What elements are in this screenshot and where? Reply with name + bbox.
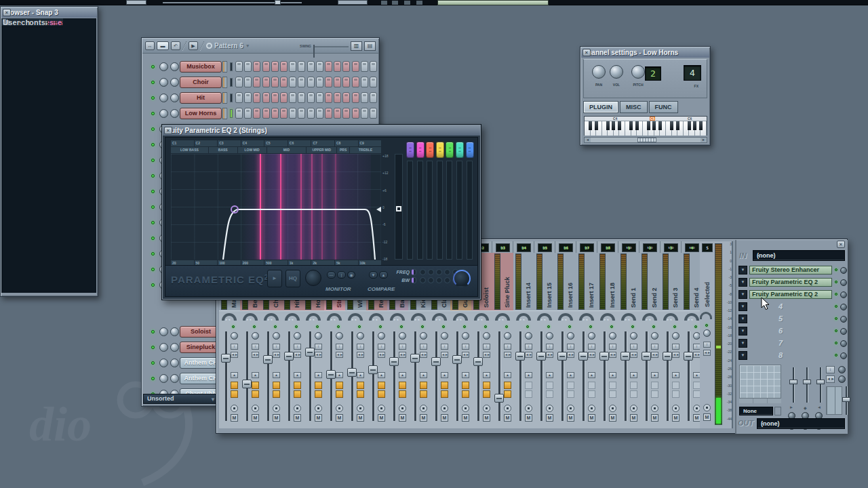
fx-plugin-name[interactable]: Fruity Stereo Enhancer xyxy=(749,266,832,274)
stereo-knob[interactable] xyxy=(672,332,679,340)
stereo-knob[interactable] xyxy=(462,332,469,340)
pan-knob[interactable] xyxy=(159,78,168,87)
swing-slider[interactable] xyxy=(313,43,349,49)
route-up-button[interactable]: ▲ xyxy=(315,372,322,378)
eq-spectrum-graph[interactable] xyxy=(171,154,381,260)
volume-fader[interactable] xyxy=(561,331,564,421)
swap-button[interactable]: ↕ xyxy=(483,344,490,350)
fader-handle[interactable] xyxy=(578,352,588,361)
band-mini-knob[interactable] xyxy=(436,277,442,283)
bw-mini-knob[interactable] xyxy=(412,277,416,283)
fader-handle[interactable] xyxy=(326,370,336,379)
send-button[interactable] xyxy=(252,390,259,398)
send-button[interactable] xyxy=(609,382,616,389)
channel-led[interactable] xyxy=(151,252,155,256)
channel-led[interactable] xyxy=(151,81,155,84)
pan-knob[interactable] xyxy=(159,374,168,383)
step-16[interactable] xyxy=(370,108,377,119)
mute-led[interactable] xyxy=(358,325,361,328)
mute-led[interactable] xyxy=(526,325,529,328)
graph-mode-toggle[interactable]: ▬ xyxy=(157,41,169,50)
channel-led[interactable] xyxy=(151,205,155,209)
route-up-button[interactable]: ▲ xyxy=(252,372,259,378)
fx-eq-slider[interactable] xyxy=(806,367,808,403)
step-9[interactable] xyxy=(307,77,315,87)
black-key[interactable] xyxy=(612,121,615,130)
channel-led[interactable] xyxy=(151,377,155,380)
resize-icon[interactable]: ↔ xyxy=(145,41,155,50)
mute-box[interactable]: M xyxy=(546,414,553,422)
toolbar-slider-thumb[interactable] xyxy=(275,0,281,5)
mute-box[interactable]: M xyxy=(315,414,322,422)
send-button[interactable] xyxy=(588,390,595,398)
mute-box[interactable]: M xyxy=(609,414,616,422)
mixer-strip-sine-pluck[interactable]: INS13Sine Pluck►◄↕◄►▲M xyxy=(492,241,513,428)
compare-down-button[interactable]: ▼ xyxy=(369,271,378,279)
volume-fader[interactable] xyxy=(288,331,290,421)
route-up-button[interactable]: ▲ xyxy=(399,372,406,378)
invert-button[interactable]: ◄► xyxy=(651,352,658,358)
monitor-mid-button[interactable]: | xyxy=(337,271,346,279)
volume-fader[interactable] xyxy=(477,331,479,421)
step-13[interactable] xyxy=(342,61,350,72)
pan-knob[interactable] xyxy=(159,109,168,118)
send-button[interactable] xyxy=(567,390,574,398)
invert-button[interactable]: ◄► xyxy=(315,352,322,358)
band-mini-knob[interactable] xyxy=(420,269,426,275)
invert-button[interactable]: ◄► xyxy=(420,352,427,358)
swap-button[interactable]: ↕ xyxy=(609,344,616,350)
fader-handle[interactable] xyxy=(452,355,462,364)
toolbar-icon[interactable] xyxy=(392,1,398,5)
swap-button[interactable]: ↕ xyxy=(399,344,406,350)
send-button[interactable] xyxy=(630,382,637,389)
step-8[interactable] xyxy=(298,92,305,103)
slot-mix-knob[interactable] xyxy=(840,316,847,323)
swap-button[interactable]: ↕ xyxy=(504,344,511,350)
send-button[interactable] xyxy=(231,390,238,398)
route-up-button[interactable]: ▲ xyxy=(525,372,532,378)
step-7[interactable] xyxy=(289,77,296,87)
channel-led[interactable] xyxy=(151,190,155,193)
stereo-knob[interactable] xyxy=(420,332,427,340)
fader-handle[interactable] xyxy=(368,365,378,374)
step-2[interactable] xyxy=(244,77,252,87)
mute-led[interactable] xyxy=(232,325,235,328)
monitor-target-icon[interactable]: ◉ xyxy=(347,271,355,279)
volume-knob[interactable] xyxy=(170,327,179,336)
slot-enable-led[interactable] xyxy=(835,329,837,332)
mute-box[interactable]: M xyxy=(504,414,511,422)
mute-led[interactable] xyxy=(547,325,550,328)
invert-button[interactable]: ◄► xyxy=(609,352,616,358)
channel-led[interactable] xyxy=(151,221,155,224)
record-arm-icon[interactable] xyxy=(546,405,553,412)
scroll-left-icon[interactable]: ◄ xyxy=(585,138,591,142)
slot-menu-icon[interactable]: ▼ xyxy=(738,327,747,336)
fx-eq-slider[interactable] xyxy=(820,367,821,403)
eq-titlebar[interactable]: ▼ Fruity Parametric EQ 2 (Strings) ◄ ► ✕ xyxy=(163,125,480,136)
step-16[interactable] xyxy=(370,77,377,87)
swap-button[interactable]: ↕ xyxy=(462,344,469,350)
volume-knob[interactable] xyxy=(170,359,179,367)
stereo-knob[interactable] xyxy=(525,332,532,340)
send-button[interactable] xyxy=(525,390,532,398)
mute-led[interactable] xyxy=(421,325,424,328)
volume-fader[interactable] xyxy=(246,331,248,421)
channel-led[interactable] xyxy=(151,159,155,162)
band-6-handle[interactable]: •• •• xyxy=(456,142,464,158)
main-level-knob[interactable] xyxy=(305,270,321,286)
browser-close-icon[interactable]: ✕ xyxy=(3,9,11,16)
invert-button[interactable]: ◄► xyxy=(525,352,532,358)
volume-knob[interactable] xyxy=(170,374,179,383)
step-3[interactable] xyxy=(253,108,260,119)
mute-led[interactable] xyxy=(631,325,634,328)
mute-box[interactable]: M xyxy=(294,414,301,422)
stereo-knob[interactable] xyxy=(231,332,238,340)
send-button[interactable] xyxy=(420,390,427,398)
mute-led[interactable] xyxy=(253,325,256,328)
fx-slot-1[interactable]: ▼Fruity Stereo Enhancer xyxy=(736,264,849,277)
stereo-knob[interactable] xyxy=(483,332,490,340)
invert-button[interactable]: ◄► xyxy=(567,352,574,358)
fx-in-select[interactable]: (none)▼ xyxy=(753,250,845,261)
fader-handle[interactable] xyxy=(347,368,357,377)
volume-knob[interactable] xyxy=(170,94,179,102)
